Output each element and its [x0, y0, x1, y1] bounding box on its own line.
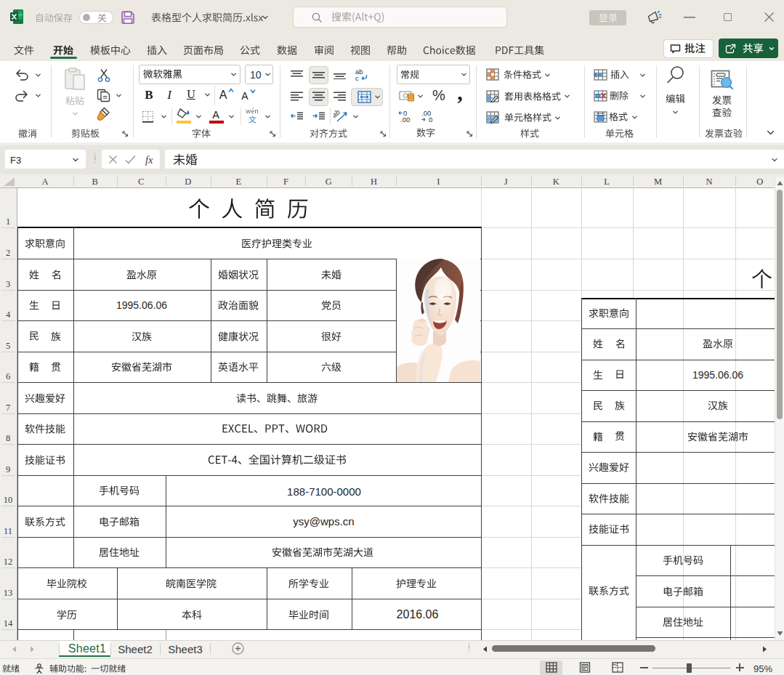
svg-text:.00: .00 [400, 116, 410, 123]
svg-text:c: c [355, 74, 359, 82]
svg-text:0: 0 [429, 116, 432, 123]
